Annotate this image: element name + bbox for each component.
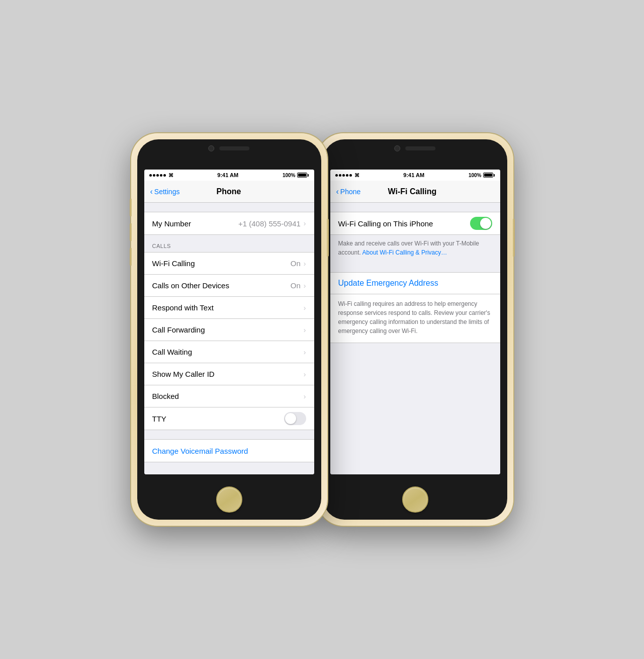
list-item-voicemail[interactable]: Change Voicemail Password [144, 440, 314, 462]
signal-dot [160, 174, 162, 177]
list-item-call-forwarding[interactable]: Call Forwarding › [144, 319, 314, 341]
power-button [327, 219, 329, 257]
calls-section-header: CALLS [144, 235, 314, 252]
list-item-blocked[interactable]: Blocked › [144, 385, 314, 407]
bottom-spacer-right [330, 343, 500, 352]
wifi-icon: ⌘ [168, 173, 173, 178]
front-camera-right [395, 145, 401, 151]
sleep-wake-button [327, 219, 329, 257]
nav-bar-right: ‹ Phone Wi-Fi Calling [330, 181, 500, 203]
signal-dot [156, 174, 159, 177]
emergency-description-text: Wi-Fi calling requires an address to hel… [330, 294, 500, 343]
status-time-left: 9:41 AM [217, 172, 238, 178]
back-label-right[interactable]: Phone [340, 188, 360, 196]
tty-toggle[interactable] [284, 412, 306, 425]
mid-spacer-right [330, 263, 500, 272]
iphone-left: ⌘ 9:41 AM 100% [131, 133, 327, 526]
wifi-calling-chevron: › [304, 260, 306, 268]
blocked-chevron: › [304, 392, 306, 400]
list-item-calls-other[interactable]: Calls on Other Devices On › [144, 275, 314, 297]
iphone-top-bar-right [360, 145, 471, 151]
status-bar-right: ⌘ 9:41 AM 100% [330, 170, 500, 181]
screen-left: ⌘ 9:41 AM 100% [144, 170, 314, 474]
status-left-right: ⌘ [335, 173, 359, 178]
battery-percent: 100% [283, 173, 296, 178]
back-label-left[interactable]: Settings [154, 188, 180, 196]
list-item-tty[interactable]: TTY [144, 407, 314, 430]
emergency-address-link[interactable]: Update Emergency Address [338, 279, 438, 287]
signal-dot [349, 174, 352, 177]
mid-spacer [144, 430, 314, 439]
iphone-right: ⌘ 9:41 AM 100% [317, 133, 513, 526]
mute-button [130, 199, 132, 216]
battery-fill-right [484, 174, 492, 177]
battery-body-right [483, 173, 493, 178]
signal-dot [342, 174, 345, 177]
call-waiting-label: Call Waiting [152, 348, 304, 356]
caller-id-label: Show My Caller ID [152, 370, 304, 378]
earpiece-speaker-right [406, 146, 436, 150]
volume-buttons [130, 199, 132, 266]
earpiece-speaker [220, 146, 250, 150]
screen-right: ⌘ 9:41 AM 100% [330, 170, 500, 474]
list-item-wifi-calling[interactable]: Wi-Fi Calling On › [144, 253, 314, 275]
list-item-call-waiting[interactable]: Call Waiting › [144, 341, 314, 363]
voicemail-group: Change Voicemail Password [144, 439, 314, 462]
calls-other-chevron: › [304, 282, 306, 290]
call-forwarding-label: Call Forwarding [152, 325, 304, 334]
signal-bars-right [335, 174, 352, 177]
emergency-link-row[interactable]: Update Emergency Address [330, 273, 500, 294]
nav-bar-left: ‹ Settings Phone [144, 181, 314, 203]
signal-dot [149, 174, 152, 177]
wifi-calling-toggle[interactable] [470, 217, 492, 230]
calls-other-value: On [291, 281, 301, 290]
battery-tip [308, 174, 309, 177]
home-button-right[interactable] [402, 486, 428, 513]
back-button-left[interactable]: ‹ Settings [150, 187, 180, 196]
status-bar-left: ⌘ 9:41 AM 100% [144, 170, 314, 181]
signal-bars [149, 174, 166, 177]
signal-dot [346, 174, 348, 177]
back-chevron-right: ‹ [336, 187, 339, 196]
voicemail-label[interactable]: Change Voicemail Password [152, 447, 306, 455]
my-number-row[interactable]: My Number +1 (408) 555-0941 › [144, 212, 314, 234]
signal-dot [153, 174, 155, 177]
back-chevron-left: ‹ [150, 187, 153, 196]
status-time-right: 9:41 AM [403, 172, 424, 178]
wifi-calling-label: Wi-Fi Calling [152, 259, 291, 268]
wifi-calling-privacy-link[interactable]: About Wi-Fi Calling & Privacy… [362, 249, 447, 256]
page-title-left: Phone [217, 187, 241, 196]
home-button-left[interactable] [216, 486, 242, 513]
sleep-wake-button-right [513, 219, 515, 257]
iphone-top-bar-left [174, 145, 285, 151]
back-button-right[interactable]: ‹ Phone [336, 187, 361, 196]
wifi-calling-content: Wi-Fi Calling on This iPhone Make and re… [330, 203, 500, 474]
list-item-caller-id[interactable]: Show My Caller ID › [144, 363, 314, 385]
my-number-chevron: › [304, 219, 306, 227]
battery-fill [298, 174, 306, 177]
battery-tip-right [494, 174, 495, 177]
iphone-inner-left: ⌘ 9:41 AM 100% [137, 139, 321, 520]
blocked-label: Blocked [152, 392, 304, 400]
list-item-respond-text[interactable]: Respond with Text › [144, 297, 314, 319]
tty-label: TTY [152, 415, 284, 423]
top-spacer [144, 203, 314, 212]
call-waiting-chevron: › [304, 348, 306, 356]
tty-toggle-knob [285, 413, 296, 424]
battery-percent-right: 100% [469, 173, 482, 178]
iphone-inner-right: ⌘ 9:41 AM 100% [323, 139, 507, 520]
emergency-address-section: Update Emergency Address Wi-Fi calling r… [330, 272, 500, 343]
top-spacer-right [330, 203, 500, 212]
wifi-calling-toggle-row[interactable]: Wi-Fi Calling on This iPhone [330, 212, 500, 234]
calls-list-group: Wi-Fi Calling On › Calls on Other Device… [144, 252, 314, 430]
wifi-calling-toggle-label: Wi-Fi Calling on This iPhone [338, 219, 433, 228]
battery-icon [297, 173, 309, 178]
settings-content-left: My Number +1 (408) 555-0941 › CALLS Wi-F… [144, 203, 314, 474]
status-left: ⌘ [149, 173, 173, 178]
signal-dot [335, 174, 338, 177]
status-right-right: 100% [469, 173, 495, 178]
power-button-right [513, 219, 515, 257]
my-number-label: My Number [152, 219, 238, 228]
respond-text-chevron: › [304, 304, 306, 312]
page-title-right: Wi-Fi Calling [388, 187, 437, 196]
